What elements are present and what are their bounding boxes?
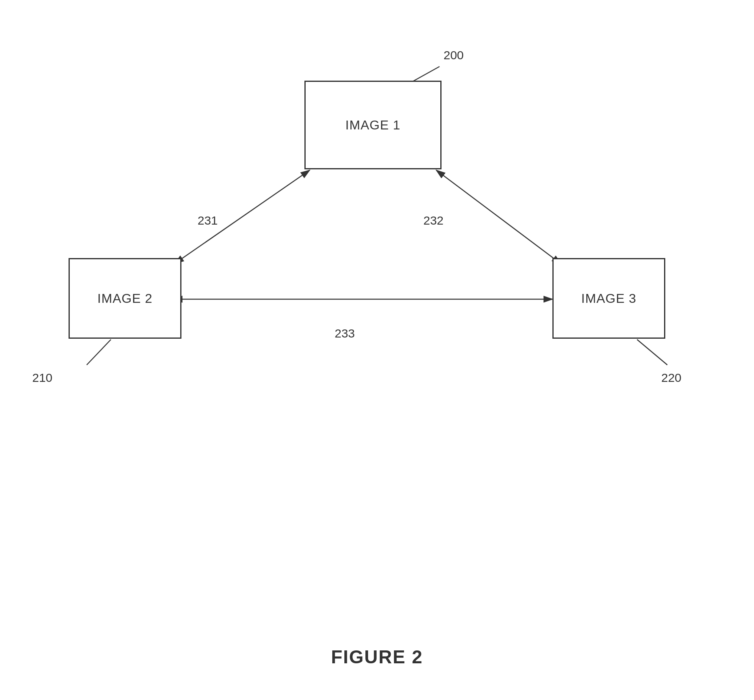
diagram-container: IMAGE 1 IMAGE 2 IMAGE 3 200 210 220 231 …	[0, 0, 754, 700]
image3-box: IMAGE 3	[552, 258, 665, 339]
ref-200-label: 200	[444, 48, 464, 62]
ref-210-label: 210	[32, 371, 52, 385]
edge-231-label: 231	[198, 214, 218, 227]
edge-233-label: 233	[335, 327, 355, 340]
image3-label: IMAGE 3	[581, 291, 637, 306]
image1-label: IMAGE 1	[346, 118, 401, 133]
ref-210-line	[87, 340, 111, 365]
image2-label: IMAGE 2	[98, 291, 153, 306]
ref-220-line	[637, 340, 667, 365]
ref-220-label: 220	[661, 371, 681, 385]
edge-232-label: 232	[423, 214, 444, 227]
image2-box: IMAGE 2	[69, 258, 181, 339]
image1-box: IMAGE 1	[304, 81, 442, 169]
edge-232-line	[436, 170, 554, 259]
figure-caption: FIGURE 2	[331, 646, 423, 668]
